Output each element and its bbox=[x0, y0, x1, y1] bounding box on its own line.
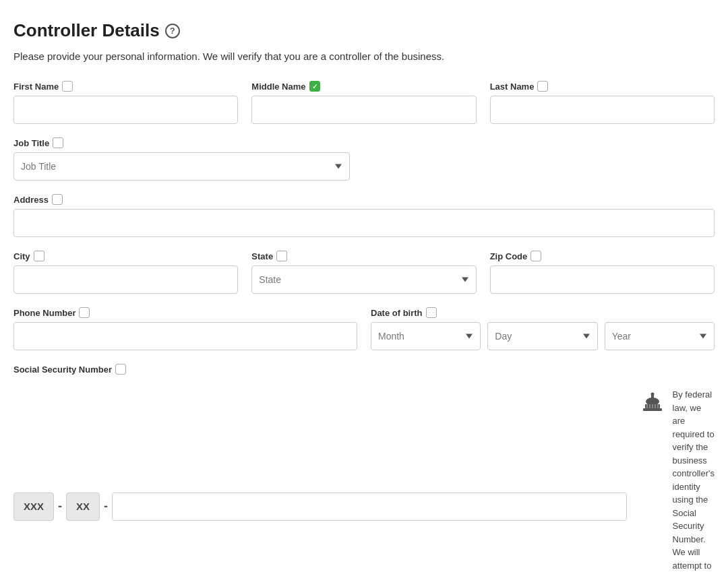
ssn-label-row: Social Security Number bbox=[13, 364, 715, 375]
city-input[interactable] bbox=[13, 265, 238, 294]
name-row: First Name Middle Name Last Name bbox=[13, 81, 715, 124]
capitol-icon bbox=[640, 389, 665, 418]
city-check-icon bbox=[34, 251, 44, 261]
last-name-group: Last Name bbox=[490, 81, 715, 124]
dob-day-select[interactable]: Day 123456789101112131415161718192021222… bbox=[487, 322, 597, 350]
job-title-group: Job Title Job TitleCEOCFOCOOPresidentOwn… bbox=[13, 137, 350, 181]
dob-group: Date of birth MonthJanuaryFebruaryMarchA… bbox=[371, 307, 715, 350]
svg-rect-9 bbox=[657, 404, 659, 408]
svg-point-4 bbox=[650, 393, 654, 396]
first-name-label: First Name bbox=[13, 81, 238, 92]
address-label: Address bbox=[13, 194, 715, 205]
address-check-icon bbox=[52, 194, 63, 205]
ssn-separator-2: - bbox=[104, 499, 108, 513]
dob-selects: MonthJanuaryFebruaryMarchAprilMayJuneJul… bbox=[371, 322, 715, 350]
address-group: Address bbox=[13, 194, 715, 237]
state-select[interactable]: StateAlabamaAlaskaArizonaCaliforniaFlori… bbox=[251, 265, 476, 294]
ssn-xx-block: XX bbox=[66, 492, 100, 521]
city-group: City bbox=[13, 251, 238, 294]
ssn-xxx-block: XXX bbox=[13, 492, 54, 521]
dob-label: Date of birth bbox=[371, 307, 715, 318]
middle-name-group: Middle Name bbox=[251, 81, 476, 124]
dob-month-wrapper: MonthJanuaryFebruaryMarchAprilMayJuneJul… bbox=[371, 322, 481, 350]
phone-label: Phone Number bbox=[13, 307, 357, 318]
city-label: City bbox=[13, 251, 238, 261]
city-state-zip-row: City State StateAlabamaAlaskaArizonaCali… bbox=[13, 251, 715, 294]
zip-code-label: Zip Code bbox=[490, 251, 715, 261]
address-input[interactable] bbox=[13, 209, 715, 237]
middle-name-label: Middle Name bbox=[251, 81, 476, 92]
job-title-row: Job Title Job TitleCEOCFOCOOPresidentOwn… bbox=[13, 137, 715, 181]
zip-code-group: Zip Code bbox=[490, 251, 715, 294]
ssn-row: XXX - XX - bbox=[13, 388, 715, 572]
ssn-last4-input[interactable] bbox=[112, 492, 627, 521]
state-label: State bbox=[251, 251, 476, 261]
last-name-check-icon bbox=[537, 81, 548, 92]
dob-year-select[interactable]: Year 20262025202420232022202120202019201… bbox=[605, 322, 715, 350]
first-name-input[interactable] bbox=[13, 96, 238, 124]
svg-rect-6 bbox=[649, 404, 650, 408]
address-row: Address bbox=[13, 194, 715, 237]
job-title-select[interactable]: Job TitleCEOCFOCOOPresidentOwnerPartner bbox=[13, 152, 350, 181]
phone-check-icon bbox=[79, 307, 90, 318]
job-title-label: Job Title bbox=[13, 137, 350, 148]
ssn-notice: By federal law, we are required to verif… bbox=[640, 388, 715, 572]
middle-name-input[interactable] bbox=[251, 96, 476, 124]
job-title-select-wrapper: Job TitleCEOCFOCOOPresidentOwnerPartner bbox=[13, 152, 350, 181]
dob-month-select[interactable]: MonthJanuaryFebruaryMarchAprilMayJuneJul… bbox=[371, 322, 481, 350]
state-select-wrapper: StateAlabamaAlaskaArizonaCaliforniaFlori… bbox=[251, 265, 476, 294]
dob-check-icon bbox=[426, 307, 437, 318]
svg-rect-0 bbox=[643, 408, 662, 411]
first-name-group: First Name bbox=[13, 81, 238, 124]
zip-code-input[interactable] bbox=[490, 265, 715, 294]
phone-dob-row: Phone Number Date of birth MonthJanuaryF… bbox=[13, 307, 715, 350]
svg-rect-8 bbox=[655, 404, 656, 408]
phone-group: Phone Number bbox=[13, 307, 357, 350]
last-name-input[interactable] bbox=[490, 96, 715, 124]
phone-input[interactable] bbox=[13, 322, 357, 350]
ssn-check-icon bbox=[115, 364, 126, 375]
first-name-check-icon bbox=[62, 81, 73, 92]
state-check-icon bbox=[276, 251, 287, 261]
help-icon[interactable]: ? bbox=[165, 24, 180, 38]
dob-day-wrapper: Day 123456789101112131415161718192021222… bbox=[487, 322, 597, 350]
job-title-check-icon bbox=[53, 137, 63, 148]
controller-form: First Name Middle Name Last Name Job Tit… bbox=[13, 81, 715, 572]
svg-rect-5 bbox=[646, 404, 648, 408]
last-name-label: Last Name bbox=[490, 81, 715, 92]
page-title: Controller Details ? bbox=[13, 20, 715, 41]
ssn-notice-text: By federal law, we are required to verif… bbox=[673, 388, 715, 572]
ssn-label: Social Security Number bbox=[13, 364, 126, 375]
ssn-separator-1: - bbox=[58, 499, 62, 513]
zip-code-check-icon bbox=[530, 251, 541, 261]
svg-rect-7 bbox=[652, 404, 653, 408]
dob-year-wrapper: Year 20262025202420232022202120202019201… bbox=[605, 322, 715, 350]
state-group: State StateAlabamaAlaskaArizonaCaliforni… bbox=[251, 251, 476, 294]
middle-name-check-icon bbox=[309, 81, 320, 92]
page-subtitle: Please provide your personal information… bbox=[13, 51, 715, 62]
